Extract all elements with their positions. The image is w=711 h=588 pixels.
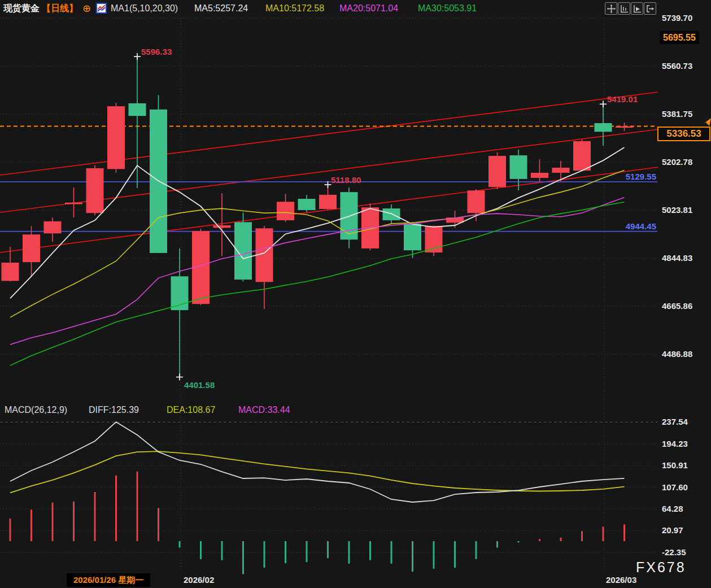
macd-dea-value: DEA:108.67 [167,403,215,417]
chart-canvas[interactable] [0,0,711,588]
pane-next-icon [633,5,642,13]
pan-icon [607,5,616,13]
candle-body [383,208,400,220]
gridlines [0,18,658,572]
period-label[interactable]: 【日线】 [42,2,78,15]
candle-body [86,168,104,213]
chart-type-icon[interactable] [96,3,107,16]
candle-body [2,263,19,281]
ma-group-label: MA1(5,10,20,30) [111,2,178,15]
extreme-cross-marker [134,53,141,60]
exit-icon [646,5,655,13]
ma10-value: MA10:5172.58 [265,2,324,15]
prev-pane-button[interactable] [618,2,630,15]
next-pane-button[interactable] [631,2,643,15]
candle-body [129,103,146,116]
pan-tool-button[interactable] [605,2,617,15]
macd-value: MACD:33.44 [238,403,290,417]
candle-body [531,173,548,178]
ma5-value: MA5:5257.24 [194,2,248,15]
expand-icon[interactable]: ⊕ [82,2,91,15]
candle-body [404,224,421,250]
ma30-value: MA30:5053.91 [418,2,477,15]
candle-body [552,168,570,173]
macd-histogram [10,472,625,574]
candle-body [277,202,294,220]
macd-title: MACD(26,12,9) [5,403,67,417]
candle-body [107,106,125,169]
exit-fullscreen-button[interactable] [644,2,656,15]
candle-body [65,203,82,204]
watermark: FX678 [636,559,686,576]
macd-dea-line [10,451,625,493]
candle-body [573,141,591,171]
macd-diff-value: DIFF:125.39 [89,403,139,417]
ma20-value: MA20:5071.04 [339,2,398,15]
extreme-cross-marker [176,374,183,381]
extreme-cross-marker [325,181,331,188]
pane-prev-icon [620,5,629,13]
candles [2,56,634,377]
candle-body [213,225,231,228]
candle-body [488,156,506,187]
candle-body [468,190,485,213]
trading-chart-window: { "header": { "symbol": "现货黄金", "period"… [0,0,711,588]
candle-body [298,199,316,210]
candle-body [510,155,527,179]
symbol-title: 现货黄金 [3,2,40,15]
candle-body [319,195,337,209]
candle-body [44,221,62,233]
candle-body [23,234,40,262]
candle-body [616,126,633,128]
candle-body [595,123,612,132]
extreme-cross-marker [600,101,607,107]
